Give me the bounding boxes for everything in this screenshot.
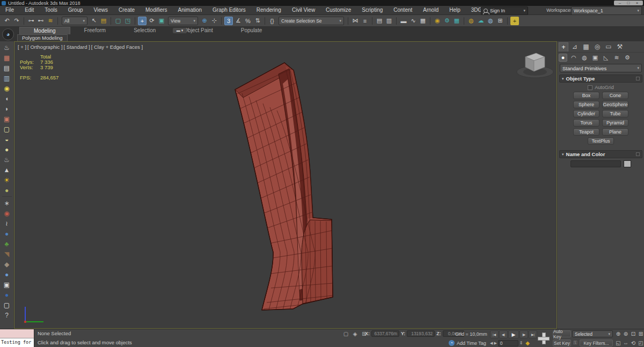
spinner-snap-icon[interactable]: ⇅	[253, 17, 262, 25]
rectangular-selection-region-icon[interactable]: ▢	[114, 17, 122, 25]
sun-light-icon[interactable]: ☀	[2, 175, 12, 185]
bones-icon[interactable]: ≀	[2, 219, 12, 228]
key-mode-toggle-icon[interactable]: ◆	[524, 339, 531, 346]
maximize-viewport-toggle-icon[interactable]: ◰	[638, 339, 644, 346]
model-magazine-mesh[interactable]	[14, 42, 557, 329]
render-in-cloud-icon[interactable]: ☁	[477, 17, 485, 25]
create-sphere-button[interactable]: Sphere	[573, 101, 599, 108]
plane-primitive-icon[interactable]: ▢	[2, 124, 12, 134]
object-name-input[interactable]	[570, 160, 621, 167]
unlink-selection-icon[interactable]: ⊷	[36, 17, 45, 25]
selection-filter-dropdown[interactable]: All▾	[62, 17, 87, 25]
frame-spinner[interactable]: ⇕	[519, 341, 523, 345]
close-button[interactable]: ×	[633, 1, 641, 5]
selection-set-dropdown[interactable]: Selected ▾	[572, 330, 613, 337]
menu-arnold[interactable]: Arnold	[418, 6, 444, 14]
render-flyout-icon[interactable]: ◍	[486, 17, 495, 25]
material-sphere-icon[interactable]: ●	[2, 270, 12, 279]
copy-icon[interactable]: ▢	[2, 300, 12, 310]
select-and-scale-icon[interactable]: ▣	[157, 17, 166, 25]
schematic-view-icon[interactable]: ▦	[419, 17, 427, 25]
viewport[interactable]: [ + ][ Orthographic ][ Standard ][ Clay …	[14, 41, 557, 329]
select-and-manipulate-icon[interactable]: ⊹	[210, 17, 218, 25]
menu-group[interactable]: Group	[63, 6, 89, 14]
create-plane-button[interactable]: Plane	[602, 128, 628, 136]
help-icon[interactable]: ?	[2, 311, 12, 320]
menu-create[interactable]: Create	[113, 6, 140, 14]
name-and-color-rollout-header[interactable]: ▾ Name and Color	[559, 150, 642, 158]
menu-modifiers[interactable]: Modifiers	[140, 6, 173, 14]
zoom-all-icon[interactable]: ⊛	[623, 330, 629, 337]
dome-primitive-icon[interactable]: ◒	[2, 135, 12, 144]
hierarchy-tab[interactable]: ▦	[581, 42, 591, 51]
mirror-icon[interactable]: ⋈	[351, 17, 360, 25]
zoom-extents-all-icon[interactable]: ⊞	[638, 330, 644, 337]
toggle-scene-explorer-icon[interactable]: ▤	[375, 17, 384, 25]
ribbon-options-button[interactable]: ▬ ▾	[173, 28, 187, 33]
select-and-link-icon[interactable]: ⊶	[27, 17, 35, 25]
workspace-dropdown[interactable]: Workspace_1 ▾	[571, 6, 642, 15]
add-plugin-icon[interactable]: +	[510, 17, 519, 25]
window-crossing-icon[interactable]: ◳	[123, 17, 132, 25]
teapot-create-icon[interactable]: ♨	[2, 43, 12, 53]
orbit-icon[interactable]: ⟲	[630, 339, 636, 346]
select-and-move-icon[interactable]: +	[138, 17, 147, 25]
menu-scripting[interactable]: Scripting	[356, 6, 388, 14]
current-frame-field[interactable]: 0	[498, 340, 518, 346]
go-to-start-button[interactable]: |◀	[490, 330, 499, 338]
next-key-icon[interactable]: ▶	[494, 341, 496, 345]
compound-object-icon[interactable]: ◉	[2, 209, 12, 218]
auto-key-button[interactable]: Auto Key	[553, 330, 571, 337]
space-warps-category[interactable]: ≋	[612, 54, 621, 62]
select-object-icon[interactable]: ↖	[90, 17, 98, 25]
maximize-button[interactable]: □	[625, 1, 632, 5]
rendered-frame-window-icon[interactable]: ▦	[452, 17, 461, 25]
menu-customize[interactable]: Customize	[320, 6, 356, 14]
tab-polygon-modeling[interactable]: Polygon Modeling	[17, 34, 68, 42]
create-geosphere-button[interactable]: GeoSphere	[602, 101, 628, 108]
tab-modeling[interactable]: Modeling	[19, 27, 70, 34]
object-type-rollout-header[interactable]: ▾ Object Type	[559, 75, 642, 83]
create-pyramid-button[interactable]: Pyramid	[602, 119, 628, 127]
tab-freeform[interactable]: Freeform	[70, 27, 120, 34]
pan-icon[interactable]: ⇔	[623, 339, 629, 346]
rock-icon[interactable]: ◆	[2, 260, 12, 269]
menu-graph-editors[interactable]: Graph Editors	[207, 6, 251, 14]
cameras-category[interactable]: ▣	[591, 54, 599, 62]
geosphere-primitive-icon[interactable]: ●	[2, 186, 12, 195]
toggle-ribbon-icon[interactable]: ▬	[399, 17, 408, 25]
earth-icon[interactable]: ●	[2, 229, 12, 239]
isolate-selection-icon[interactable]: ▢	[342, 330, 349, 337]
minimize-button[interactable]: –	[616, 1, 624, 5]
curve-editor-icon[interactable]: ∿	[409, 17, 418, 25]
clone-icon[interactable]: ▣	[2, 280, 12, 290]
zoom-icon[interactable]: ⊕	[615, 330, 621, 337]
use-pivot-point-center-icon[interactable]: ⊕	[200, 17, 209, 25]
selected-sphere-icon[interactable]: ●	[2, 290, 12, 300]
key-filter-icon[interactable]: ⚿	[572, 339, 579, 346]
helpers-category[interactable]: ◺	[602, 54, 610, 62]
set-key-button[interactable]: Set Key	[553, 339, 571, 346]
key-filters-button[interactable]: Key Filters...	[580, 339, 613, 346]
redo-icon[interactable]: ↷	[12, 17, 21, 25]
ribbon-logo-icon[interactable]: ◕	[2, 28, 14, 40]
zoom-extents-icon[interactable]: ⊡	[630, 330, 636, 337]
menu-animation[interactable]: Animation	[173, 6, 207, 14]
shapes-category[interactable]: ◠	[569, 54, 578, 62]
previous-frame-button[interactable]: ◀|	[499, 330, 508, 338]
play-button[interactable]: ▶	[508, 330, 519, 338]
camera-create-icon[interactable]: ▣	[2, 114, 12, 124]
undo-icon[interactable]: ↶	[3, 17, 11, 25]
bind-to-space-warp-icon[interactable]: ≋	[46, 17, 55, 25]
zoom-region-icon[interactable]: ◱	[615, 339, 621, 346]
add-time-tag[interactable]: ◔ Add Time Tag	[449, 340, 486, 346]
select-and-rotate-icon[interactable]: ⟳	[148, 17, 156, 25]
material-editor-icon[interactable]: ◉	[433, 17, 442, 25]
next-frame-button[interactable]: |▶	[519, 330, 528, 338]
menu-edit[interactable]: Edit	[19, 6, 39, 14]
autogrid-checkbox[interactable]	[588, 85, 592, 90]
angle-snap-icon[interactable]: ∡	[234, 17, 243, 25]
toggle-layer-explorer-icon[interactable]: ▥	[385, 17, 393, 25]
named-selection-dropdown[interactable]: Create Selection Se▾	[279, 17, 344, 25]
teapot-primitive-icon[interactable]: ♨	[2, 155, 12, 165]
